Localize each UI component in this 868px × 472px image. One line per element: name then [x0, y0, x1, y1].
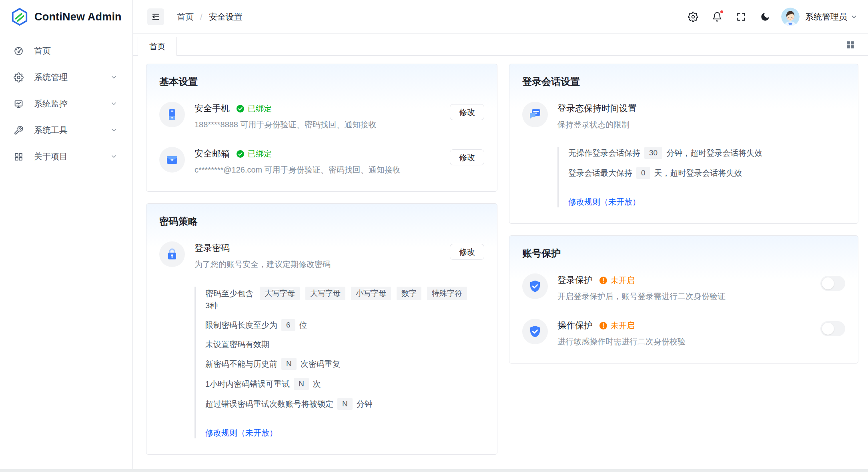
- logo-hexagon-icon: [10, 8, 29, 26]
- item-description: c********@126.com 可用于身份验证、密码找回、通知接收: [194, 165, 450, 175]
- sidebar-item-system-tools[interactable]: 系统工具: [5, 119, 128, 142]
- sidebar-item-system-monitor[interactable]: 系统监控: [5, 92, 128, 115]
- status-text: 未开启: [611, 275, 635, 286]
- dark-mode-button[interactable]: [756, 8, 774, 26]
- chat-icon: [522, 102, 548, 127]
- card-title: 基本设置: [159, 75, 484, 88]
- user-name: 系统管理员: [805, 11, 847, 22]
- modify-rules-link[interactable]: 修改规则（未开放）: [568, 197, 640, 207]
- notifications-button[interactable]: [708, 8, 726, 26]
- check-circle-icon: [236, 104, 245, 113]
- breadcrumb: 首页 / 安全设置: [177, 11, 243, 22]
- user-menu[interactable]: 系统管理员: [781, 8, 858, 26]
- rule-value-tag: N: [294, 378, 309, 390]
- tab-home[interactable]: 首页: [138, 37, 177, 56]
- card-title: 账号保护: [522, 247, 845, 260]
- item-title: 操作保护: [557, 319, 593, 331]
- tab-label: 首页: [149, 41, 165, 52]
- rule-text: 新密码不能与历史前: [205, 359, 277, 370]
- rule-text: 分钟: [357, 399, 373, 410]
- rule-text: 登录会话最大保持: [568, 168, 632, 179]
- rule-text: 次密码重复: [301, 359, 341, 370]
- operation-protection-toggle[interactable]: [820, 321, 845, 336]
- password-rules: 密码至少包含 大写字母 大写字母 小写字母 数字 特殊字符 3种 限制密码长度至…: [194, 287, 484, 438]
- item-description: 开启登录保护后，账号登录需进行二次身份验证: [557, 291, 820, 302]
- login-protection-toggle[interactable]: [820, 276, 845, 291]
- rule-text: 位: [299, 320, 307, 331]
- breadcrumb-home[interactable]: 首页: [177, 11, 194, 22]
- session-duration-row: 登录态保持时间设置 保持登录状态的限制: [522, 102, 845, 130]
- rule-min-length: 限制密码长度至少为 6 位: [205, 319, 484, 331]
- rule-password-expiry: 未设置密码有效期: [205, 339, 484, 350]
- item-title: 登录保护: [557, 274, 593, 286]
- chevron-down-icon: [109, 127, 119, 134]
- item-description: 188****8888 可用于身份验证、密码找回、通知接收: [194, 119, 450, 130]
- rule-text: 分钟，超时登录会话将失效: [666, 148, 762, 159]
- rule-text: 未设置密码有效期: [205, 339, 269, 350]
- wrench-icon: [14, 125, 24, 135]
- horizontal-scrollbar[interactable]: [0, 469, 868, 472]
- tabbar: 首页: [133, 34, 868, 56]
- rule-value-tag: 0: [636, 167, 650, 179]
- collapse-sidebar-button[interactable]: [147, 8, 164, 25]
- item-description: 进行敏感操作时需进行二次身份校验: [557, 336, 820, 347]
- rule-text: 限制密码长度至少为: [205, 320, 277, 331]
- sidebar-item-label: 系统监控: [34, 98, 109, 109]
- item-title: 登录密码: [194, 242, 230, 254]
- breadcrumb-separator: /: [200, 12, 202, 22]
- sidebar-item-system-management[interactable]: 系统管理: [5, 66, 128, 89]
- card-title: 密码策略: [159, 215, 484, 228]
- logo[interactable]: ContiNew Admin: [0, 0, 132, 34]
- dashboard-icon: [14, 46, 24, 56]
- sidebar-item-home[interactable]: 首页: [5, 39, 128, 62]
- fullscreen-icon: [736, 12, 746, 22]
- rule-text: 3种: [205, 300, 218, 311]
- tab-actions-button[interactable]: [842, 37, 858, 53]
- monitor-icon: [14, 99, 24, 109]
- item-title: 安全手机: [194, 102, 230, 114]
- chevron-down-icon: [850, 13, 858, 20]
- toggle-knob: [822, 277, 834, 289]
- status-badge: 未开启: [599, 320, 635, 331]
- rule-value-tag: 30: [644, 147, 662, 159]
- modify-email-button[interactable]: 修改: [450, 149, 484, 165]
- phone-icon: [159, 102, 185, 127]
- card-password-policy: 密码策略: [146, 203, 497, 455]
- notification-dot: [720, 10, 724, 14]
- sidebar-item-label: 系统管理: [34, 72, 109, 83]
- main-column: 首页 / 安全设置: [133, 0, 868, 472]
- toggle-knob: [822, 323, 834, 335]
- rule-value-tag: N: [337, 398, 353, 410]
- sidebar-item-label: 系统工具: [34, 125, 109, 136]
- card-basic-settings: 基本设置: [146, 64, 497, 192]
- moon-icon: [760, 12, 770, 22]
- login-protection-row: 登录保护 未开启 开启登录保护后，账号登录需进行二次身份验证: [522, 273, 845, 302]
- security-phone-row: 安全手机 已绑定 188****8888 可用于身份验证、密码找回、通知接收 修…: [159, 102, 484, 130]
- rule-password-composition: 密码至少包含 大写字母 大写字母 小写字母 数字 特殊字符 3种: [205, 287, 484, 311]
- chevron-down-icon: [109, 74, 119, 81]
- rule-lockout: 超过错误密码重试次数账号将被锁定 N 分钟: [205, 398, 484, 410]
- settings-button[interactable]: [684, 8, 702, 26]
- rule-text: 无操作登录会话保持: [568, 148, 640, 159]
- sidebar-item-about[interactable]: 关于项目: [5, 145, 128, 168]
- fullscreen-button[interactable]: [732, 8, 750, 26]
- rule-value-tag: 6: [281, 319, 295, 331]
- rule-text: 天，超时登录会话将失效: [654, 168, 742, 179]
- password-type-tag: 特殊字符: [427, 287, 467, 300]
- sidebar-menu: 首页 系统管理 系统监控 系统工具: [0, 34, 132, 174]
- breadcrumb-current: 安全设置: [209, 11, 243, 22]
- menu-fold-icon: [151, 12, 160, 21]
- item-description: 为了您的账号安全，建议定期修改密码: [194, 259, 450, 270]
- status-badge: 已绑定: [236, 103, 272, 114]
- password-type-tag: 小写字母: [351, 287, 391, 300]
- password-type-tag: 大写字母: [260, 287, 300, 300]
- modify-password-button[interactable]: 修改: [450, 244, 484, 260]
- shield-check-icon: [522, 273, 548, 299]
- rule-history-repeat: 新密码不能与历史前 N 次密码重复: [205, 358, 484, 370]
- modify-phone-button[interactable]: 修改: [450, 104, 484, 120]
- gear-icon: [688, 12, 698, 22]
- item-description: 保持登录状态的限制: [557, 119, 845, 130]
- modify-rules-link[interactable]: 修改规则（未开放）: [205, 428, 277, 438]
- sidebar-item-label: 关于项目: [34, 151, 109, 162]
- layout-grid-icon: [846, 40, 855, 49]
